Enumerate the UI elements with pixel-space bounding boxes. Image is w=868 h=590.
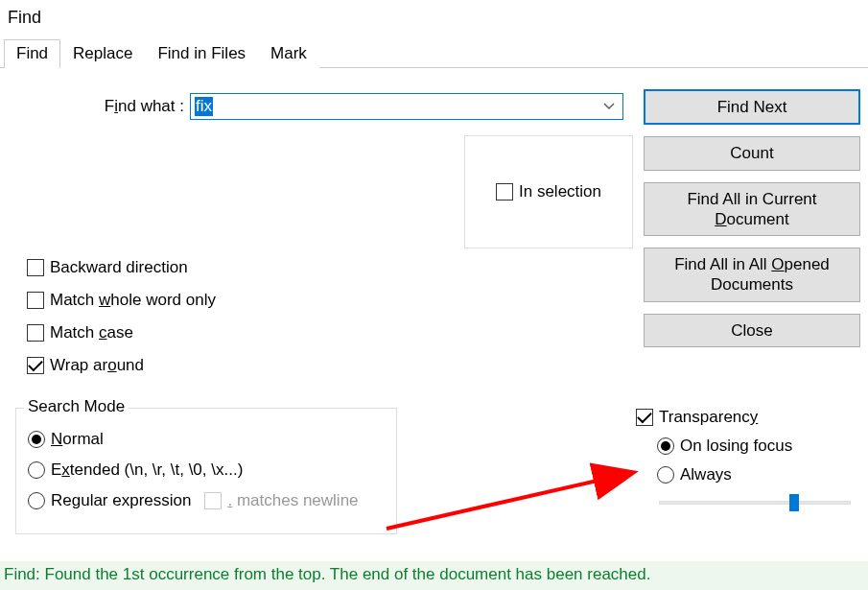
find-all-opened-button[interactable]: Find All in All Opened Documents [644,248,860,302]
match-whole-word-checkbox[interactable]: Match whole word only [27,291,216,310]
close-button[interactable]: Close [644,314,860,347]
slider-thumb[interactable] [789,494,799,511]
transparency-group: Transparency On losing focus Always [630,408,860,534]
chevron-down-icon [603,101,615,112]
search-mode-legend: Search Mode [24,397,129,416]
tab-mark[interactable]: Mark [258,39,319,68]
wrap-around-checkbox[interactable]: Wrap around [27,356,216,375]
find-what-combo[interactable]: fix [190,93,623,120]
find-what-input[interactable]: fix [191,94,596,119]
search-mode-group: Search Mode Normal Extended (\n, \r, \t,… [15,408,397,534]
match-whole-word-label: Match whole word only [50,291,216,310]
find-next-button[interactable]: Find Next [644,89,860,125]
matches-newline-checkbox[interactable]: . matches newline [204,491,358,510]
transparency-always[interactable]: Always [657,465,855,484]
search-mode-regex[interactable]: Regular expression [28,491,191,510]
count-button[interactable]: Count [644,136,860,170]
find-what-dropdown[interactable] [596,94,622,119]
in-selection-panel: In selection [464,135,633,248]
match-case-checkbox[interactable]: Match case [27,323,216,342]
transparency-slider[interactable] [659,494,851,511]
search-mode-extended[interactable]: Extended (\n, \r, \t, \0, \x...) [28,460,387,480]
find-what-label: Find what : [10,97,190,116]
transparency-on-losing-focus[interactable]: On losing focus [657,437,855,456]
backward-direction-label: Backward direction [50,258,188,277]
wrap-around-label: Wrap around [50,356,144,375]
svg-line-0 [387,473,631,529]
status-bar: Find: Found the 1st occurrence from the … [0,561,868,590]
in-selection-checkbox[interactable]: In selection [496,182,601,201]
transparency-label: Transparency [659,408,758,427]
tab-find[interactable]: Find [4,39,60,68]
tab-replace[interactable]: Replace [60,39,145,68]
tabs: Find Replace Find in Files Mark [0,37,868,68]
window-title: Find [0,0,868,37]
find-all-current-button[interactable]: Find All in Current Document [644,182,860,237]
backward-direction-checkbox[interactable]: Backward direction [27,258,216,277]
in-selection-label: In selection [519,182,601,201]
tab-find-in-files[interactable]: Find in Files [145,39,258,68]
search-mode-normal[interactable]: Normal [28,430,387,449]
match-case-label: Match case [50,323,133,342]
transparency-checkbox[interactable]: Transparency [636,408,855,427]
annotation-arrow [382,461,650,538]
